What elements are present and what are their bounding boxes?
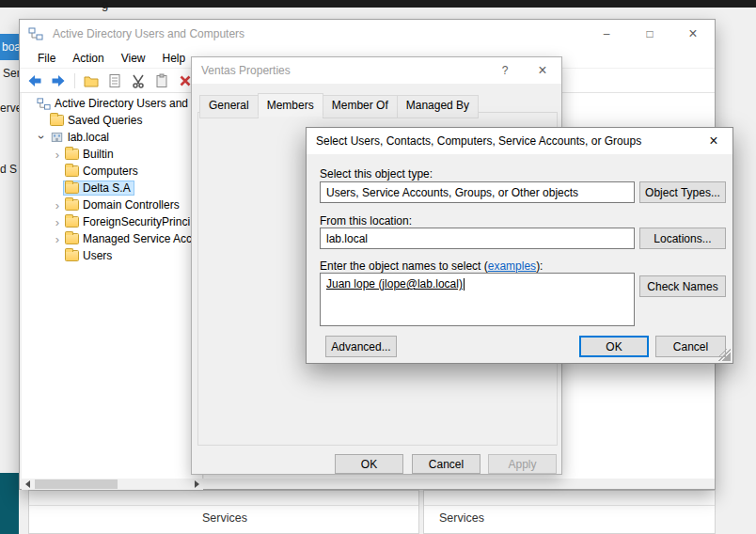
select-users-dialog: Select Users, Contacts, Computers, Servi… bbox=[306, 127, 733, 364]
tile-row-separator bbox=[29, 505, 418, 506]
tree-item-delta-sa[interactable]: › Delta S.A bbox=[22, 180, 202, 196]
close-icon[interactable]: × bbox=[671, 20, 715, 48]
object-names-input[interactable]: Juan lope (jlope@lab.local) bbox=[320, 273, 635, 326]
text-caret bbox=[464, 278, 465, 291]
aduc-root-icon bbox=[37, 97, 51, 111]
tree-item-users[interactable]: › Users bbox=[22, 247, 202, 264]
properties-titlebar[interactable]: Ventas Properties ? × bbox=[192, 57, 561, 84]
folder-icon bbox=[65, 216, 79, 228]
scroll-right-icon[interactable] bbox=[191, 479, 203, 490]
minimize-icon[interactable]: – bbox=[585, 20, 628, 48]
nav-item-fragment[interactable]: Ser bbox=[3, 67, 21, 80]
tree-item-builtin[interactable]: › Builtin bbox=[22, 146, 202, 163]
folder-icon bbox=[65, 199, 79, 211]
tile-services-link[interactable]: Services bbox=[439, 511, 484, 525]
tree-item-root[interactable]: › Active Directory Users and C bbox=[22, 95, 202, 112]
object-type-field[interactable]: Users, Service Accounts, Groups, or Othe… bbox=[320, 181, 635, 203]
apply-button: Apply bbox=[488, 454, 557, 474]
tab-members[interactable]: Members bbox=[258, 93, 323, 117]
tree-item-managed-service[interactable]: › Managed Service Acc bbox=[22, 230, 202, 247]
folder-icon bbox=[65, 250, 79, 261]
chevron-down-icon[interactable]: › bbox=[34, 132, 51, 143]
taskbar-corner bbox=[0, 473, 19, 534]
location-label: From this location: bbox=[320, 214, 412, 228]
resize-grip-icon[interactable] bbox=[718, 349, 731, 361]
nav-item-fragment[interactable]: d S bbox=[0, 163, 17, 176]
tree-item-label: Computers bbox=[83, 165, 138, 178]
desktop: g boa Ser erver d S Services Services Ac… bbox=[0, 0, 756, 534]
object-names-label: Enter the object names to select (exampl… bbox=[320, 259, 543, 273]
dialog-controls: × bbox=[695, 128, 732, 154]
object-types-button[interactable]: Object Types... bbox=[639, 181, 726, 203]
forward-icon[interactable] bbox=[51, 73, 66, 88]
menu-view[interactable]: View bbox=[113, 48, 154, 69]
help-icon[interactable]: ? bbox=[486, 57, 524, 84]
tree-item-saved-queries[interactable]: › Saved Queries bbox=[22, 112, 202, 129]
select-dialog-titlebar[interactable]: Select Users, Contacts, Computers, Servi… bbox=[307, 128, 732, 154]
check-names-button[interactable]: Check Names bbox=[639, 275, 726, 297]
server-tile: Services bbox=[28, 490, 419, 534]
dialog-title: Ventas Properties bbox=[201, 64, 291, 77]
tree-item-lab-local[interactable]: › lab.local bbox=[22, 129, 202, 146]
folder-icon bbox=[50, 115, 64, 126]
cancel-button[interactable]: Cancel bbox=[655, 336, 726, 357]
ok-button[interactable]: OK bbox=[579, 336, 649, 357]
aduc-titlebar[interactable]: Active Directory Users and Computers – □… bbox=[20, 20, 715, 48]
menu-help[interactable]: Help bbox=[154, 48, 195, 69]
resolved-name[interactable]: Juan lope (jlope@lab.local) bbox=[326, 277, 463, 291]
tree-item-label: Builtin bbox=[83, 148, 114, 161]
object-names-label-prefix: Enter the object names to select ( bbox=[320, 259, 488, 273]
chevron-right-icon[interactable]: › bbox=[52, 230, 63, 247]
tile-services-link[interactable]: Services bbox=[202, 511, 247, 525]
window-controls: – □ × bbox=[585, 20, 715, 48]
tile-row-separator bbox=[424, 505, 715, 506]
ok-button[interactable]: OK bbox=[335, 454, 403, 474]
tree: › Active Directory Users and C › Saved Q… bbox=[22, 95, 202, 264]
domain-icon bbox=[50, 131, 64, 144]
cut-icon[interactable] bbox=[131, 73, 146, 88]
chevron-right-icon[interactable]: › bbox=[52, 146, 63, 163]
tree-item-label: Saved Queries bbox=[68, 114, 142, 127]
folder-icon bbox=[65, 149, 79, 160]
window-title: Active Directory Users and Computers bbox=[53, 27, 244, 40]
folder-icon bbox=[65, 182, 79, 194]
tree-item-label: Managed Service Acc bbox=[83, 232, 192, 245]
folder-icon bbox=[65, 233, 79, 244]
object-type-label: Select this object type: bbox=[320, 167, 433, 181]
close-icon[interactable]: × bbox=[695, 128, 732, 154]
tree-item-label: ForeignSecurityPrinci bbox=[83, 215, 190, 228]
selected-tree-item[interactable]: Delta S.A bbox=[63, 181, 134, 196]
aduc-app-icon bbox=[28, 26, 43, 41]
cancel-button[interactable]: Cancel bbox=[412, 454, 480, 474]
background-menu-fragment: g bbox=[102, 0, 108, 11]
tab-managed-by[interactable]: Managed By bbox=[397, 95, 479, 118]
chevron-right-icon[interactable]: › bbox=[52, 196, 63, 213]
maximize-icon[interactable]: □ bbox=[628, 20, 671, 48]
console-tree-icon[interactable] bbox=[84, 73, 99, 88]
tree-item-foreign-security[interactable]: › ForeignSecurityPrinci bbox=[22, 213, 202, 230]
location-field[interactable]: lab.local bbox=[320, 228, 635, 249]
scroll-left-icon[interactable] bbox=[22, 479, 34, 490]
tree-item-domain-controllers[interactable]: › Domain Controllers bbox=[22, 196, 202, 213]
horizontal-scrollbar[interactable] bbox=[22, 479, 203, 490]
export-list-icon[interactable] bbox=[107, 73, 122, 88]
chevron-right-icon[interactable]: › bbox=[52, 213, 63, 230]
back-icon[interactable] bbox=[27, 73, 42, 88]
paste-icon[interactable] bbox=[154, 73, 169, 88]
tree-item-computers[interactable]: › Computers bbox=[22, 163, 202, 180]
tab-member-of[interactable]: Member Of bbox=[323, 95, 398, 118]
close-icon[interactable]: × bbox=[524, 57, 561, 84]
nav-item-dashboard-fragment[interactable]: boa bbox=[0, 34, 19, 60]
background-top-bar bbox=[0, 0, 756, 8]
menu-action[interactable]: Action bbox=[64, 48, 112, 69]
menu-file[interactable]: File bbox=[29, 48, 64, 69]
advanced-button[interactable]: Advanced... bbox=[325, 336, 397, 357]
examples-link[interactable]: examples bbox=[488, 259, 536, 273]
tab-general[interactable]: General bbox=[199, 95, 259, 118]
dialog-controls: ? × bbox=[486, 57, 561, 84]
locations-button[interactable]: Locations... bbox=[639, 228, 726, 249]
tree-item-label: Active Directory Users and C bbox=[55, 97, 199, 110]
scrollbar-thumb[interactable] bbox=[35, 479, 118, 489]
tree-item-label: Domain Controllers bbox=[83, 198, 180, 212]
folder-icon bbox=[65, 165, 79, 177]
